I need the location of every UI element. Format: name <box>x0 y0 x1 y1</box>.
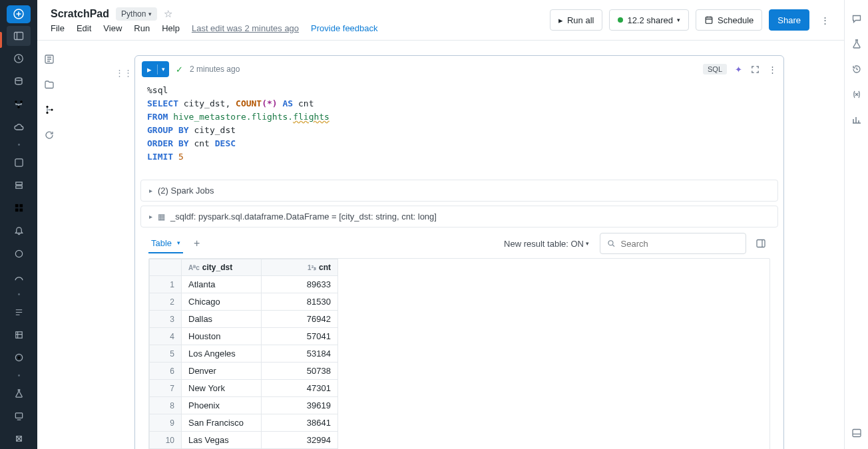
code-editor[interactable]: %sql SELECT city_dst, COUNT(*) AS cnt FR… <box>135 77 783 176</box>
run-all-button[interactable]: ▸ Run all <box>550 9 602 31</box>
nav-item-7[interactable] <box>7 302 31 322</box>
row-number: 6 <box>150 363 182 380</box>
language-selector[interactable]: Python ▾ <box>116 7 157 21</box>
new-button[interactable] <box>7 5 31 23</box>
nav-item-6[interactable] <box>7 267 31 287</box>
search-icon <box>607 239 616 248</box>
row-number: 9 <box>150 414 182 432</box>
column-header-city[interactable]: Aᴮccity_dst <box>182 259 262 276</box>
schedule-button[interactable]: Schedule <box>696 9 762 31</box>
table-row[interactable]: 9San Francisco38641 <box>150 414 338 432</box>
check-icon: ✓ <box>176 65 183 75</box>
nav-item-5[interactable] <box>7 243 31 263</box>
spark-jobs-row[interactable]: ▸ (2) Spark Jobs <box>140 180 778 202</box>
last-edit-link[interactable]: Last edit was 2 minutes ago <box>192 23 299 33</box>
share-label: Share <box>777 15 801 25</box>
share-button[interactable]: Share <box>769 9 809 31</box>
svg-rect-22 <box>757 240 765 247</box>
recents-nav[interactable] <box>7 49 31 69</box>
chevron-down-icon: ▾ <box>586 240 589 247</box>
table-row[interactable]: 3Dallas76942 <box>150 311 338 328</box>
code-cell[interactable]: ⋮⋮ ▸ ▾ ✓ 2 minutes ago SQL ✦ ⋮ <box>134 55 784 449</box>
table-row[interactable]: 5Los Angeles53184 <box>150 345 338 363</box>
nav-item-8[interactable] <box>7 325 31 345</box>
nav-item-2[interactable] <box>7 175 31 195</box>
collapse-panel-icon[interactable] <box>851 428 862 438</box>
svg-rect-8 <box>19 204 23 208</box>
notebook-title[interactable]: ScratchPad <box>51 8 109 20</box>
refresh-icon[interactable] <box>44 130 55 140</box>
cell-city: Houston <box>182 328 262 345</box>
table-row[interactable]: 4Houston57041 <box>150 328 338 345</box>
cell-cnt: 57041 <box>262 328 338 345</box>
result-table-toggle[interactable]: New result table: ON ▾ <box>499 236 594 251</box>
column-header-cnt[interactable]: 1²₃cnt <box>262 259 338 276</box>
assist-icon[interactable]: ✦ <box>735 65 742 75</box>
flask-icon <box>14 388 24 398</box>
feedback-link[interactable]: Provide feedback <box>311 23 377 33</box>
nav-item-3[interactable] <box>7 198 31 218</box>
table-row[interactable]: 10Las Vegas32994 <box>150 432 338 449</box>
table-row[interactable]: 1Atlanta89633 <box>150 276 338 293</box>
cell-cnt: 50738 <box>262 363 338 380</box>
panel-toggle-icon[interactable] <box>752 234 770 253</box>
menu-edit[interactable]: Edit <box>77 23 91 33</box>
clock-icon <box>13 53 24 64</box>
folder-icon[interactable] <box>44 79 55 90</box>
run-cell-button[interactable]: ▸ ▾ <box>142 61 169 77</box>
nav-item-4[interactable] <box>7 221 31 241</box>
table-icon: ▦ <box>158 212 165 222</box>
lang-badge: SQL <box>703 64 727 75</box>
tab-table[interactable]: Table ▾ <box>148 234 183 253</box>
menu-help[interactable]: Help <box>162 23 180 33</box>
row-number: 10 <box>150 432 182 449</box>
dataframe-row[interactable]: ▸ ▦ _sqldf: pyspark.sql.dataframe.DataFr… <box>140 206 778 227</box>
result-table: Aᴮccity_dst 1²₃cnt 1Atlanta896332Chicago… <box>148 258 770 449</box>
nav-item-10[interactable] <box>7 383 31 403</box>
search-input[interactable] <box>621 239 739 249</box>
history-icon[interactable] <box>851 64 862 75</box>
search-box[interactable] <box>600 233 746 254</box>
tree-icon[interactable] <box>44 104 55 115</box>
menu-view[interactable]: View <box>103 23 122 33</box>
svg-point-13 <box>17 357 20 359</box>
left-rail <box>0 0 37 449</box>
menu-file[interactable]: File <box>51 23 65 33</box>
table-row[interactable]: 2Chicago81530 <box>150 293 338 311</box>
svg-rect-16 <box>706 17 712 24</box>
compute-nav[interactable] <box>7 117 31 137</box>
spark-jobs-label: (2) Spark Jobs <box>158 186 214 196</box>
cell-city: Denver <box>182 363 262 380</box>
table-row[interactable]: 7New York47301 <box>150 380 338 397</box>
nav-item-11[interactable] <box>7 406 31 426</box>
nav-item-1[interactable] <box>7 152 31 172</box>
add-tab-button[interactable]: + <box>188 235 205 252</box>
nav-item-12[interactable] <box>7 429 31 449</box>
topbar: ScratchPad Python ▾ ☆ File Edit View Run… <box>37 0 844 41</box>
row-number-header[interactable] <box>150 259 182 276</box>
nav-item-9[interactable] <box>7 348 31 368</box>
compute-selector[interactable]: 12.2 shared ▾ <box>609 9 689 31</box>
workspace-nav[interactable] <box>7 26 31 46</box>
expand-icon[interactable] <box>750 65 760 75</box>
catalog-icon <box>13 76 24 86</box>
cell-timestamp: 2 minutes ago <box>190 65 240 74</box>
chart-icon[interactable] <box>851 114 862 125</box>
outline-icon[interactable] <box>44 54 55 65</box>
toggle-label: New result table: ON <box>504 239 584 249</box>
drag-handle-icon[interactable]: ⋮⋮ <box>115 68 132 78</box>
menu-run[interactable]: Run <box>134 23 150 33</box>
table-row[interactable]: 6Denver50738 <box>150 363 338 380</box>
star-icon[interactable]: ☆ <box>164 8 172 20</box>
generic-icon <box>14 272 24 282</box>
variables-icon[interactable] <box>851 89 862 100</box>
chevron-down-icon: ▾ <box>677 17 680 23</box>
catalog-nav[interactable] <box>7 71 31 91</box>
table-row[interactable]: 8Phoenix39619 <box>150 397 338 414</box>
flask-icon[interactable] <box>851 39 862 49</box>
more-menu[interactable]: ⋮ <box>816 9 833 31</box>
cell-more-icon[interactable]: ⋮ <box>768 65 777 75</box>
play-icon: ▸ <box>558 15 563 25</box>
comments-icon[interactable] <box>851 13 862 24</box>
workflows-nav[interactable] <box>7 94 31 114</box>
